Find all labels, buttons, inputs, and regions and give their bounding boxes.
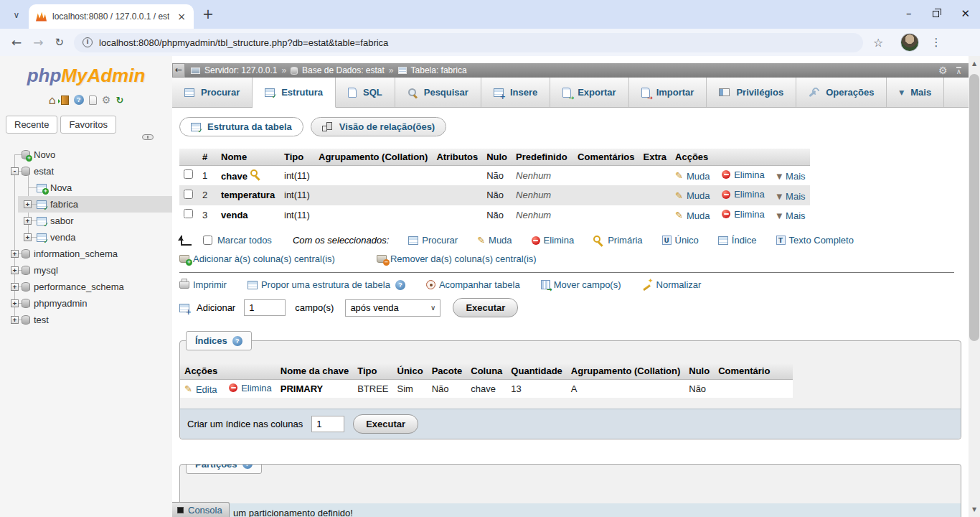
pma-logo[interactable]: phpMyAdmin [0,56,172,87]
site-info-icon[interactable]: i [83,37,93,47]
refresh-icon[interactable]: ↻ [116,95,123,106]
scroll-up-icon[interactable]: ▲ [969,60,980,67]
change-column-link[interactable]: ✎Muda [675,190,710,201]
selected-primary-link[interactable]: Primária [593,235,642,246]
help-icon[interactable] [74,95,84,105]
collapse-expander-icon[interactable] [11,167,19,175]
row-checkbox[interactable] [184,209,193,218]
tree-item-phpmyadmin[interactable]: phpmyadmin [0,295,172,312]
table-structure-pill[interactable]: Estrutura da tabela [179,117,303,136]
tab-estrutura[interactable]: Estrutura [253,78,336,108]
tab-importar[interactable]: Importar [629,78,707,107]
tree-item-estat[interactable]: estat [0,163,172,180]
expand-expander-icon[interactable] [24,217,32,225]
more-column-link[interactable]: ▼Mais [776,210,805,221]
add-field-count-input[interactable] [244,299,286,316]
tree-item-fabrica[interactable]: fabrica [0,196,172,213]
reload-button[interactable]: ↻ [55,36,65,49]
selected-browse-link[interactable]: Procurar [408,235,458,246]
selected-drop-link[interactable]: Elimina [532,235,575,246]
favorites-button[interactable]: Favoritos [60,116,116,134]
console-button[interactable]: Consola [172,502,230,517]
collapse-panel-icon[interactable]: ∧ [956,67,961,75]
help-icon[interactable] [232,336,242,346]
breadcrumb-database[interactable]: Base de Dados: estat [302,65,385,75]
tree-item-test[interactable]: test [0,312,172,328]
change-column-link[interactable]: ✎Muda [675,210,710,221]
breadcrumb-server[interactable]: Servidor: 127.0.0.1 [204,65,277,75]
link-icon[interactable] [142,134,154,140]
tree-item-performance-schema[interactable]: performance_schema [0,279,172,295]
help-icon[interactable] [395,280,405,290]
expand-expander-icon[interactable] [11,299,19,307]
window-restore-button[interactable] [933,7,939,20]
tree-item-information-schema[interactable]: information_schema [0,246,172,262]
tree-item-new-table[interactable]: Nova [0,180,172,196]
window-close-button[interactable]: ✕ [961,7,970,20]
propose-structure-link[interactable]: Propor uma estrutura de tabela [248,279,390,290]
add-central-columns-link[interactable]: Adicionar à(s) coluna(s) central(is) [179,253,335,264]
page-scrollbar[interactable]: ▲ ▼ [969,56,980,517]
selected-unique-link[interactable]: Único [662,235,699,246]
settings-gear-icon[interactable]: ⚙ [102,94,111,106]
expand-expander-icon[interactable] [11,250,19,258]
profile-avatar[interactable] [900,33,919,52]
address-bar[interactable]: i localhost:8080/phpmyadmin/tbl_structur… [74,33,863,52]
tab-sql[interactable]: SQL [336,78,395,107]
docs-icon[interactable] [89,96,97,105]
selected-fulltext-link[interactable]: Texto Completo [776,235,854,246]
drop-column-link[interactable]: Elimina [722,169,765,180]
scrollbar-thumb[interactable] [969,74,979,341]
browser-menu-icon[interactable]: ⋮ [930,36,941,49]
tab-privilegios[interactable]: Privilégios [707,78,796,107]
drop-column-link[interactable]: Elimina [722,209,765,220]
row-checkbox[interactable] [184,169,193,179]
back-button[interactable]: ← [11,35,22,50]
bookmark-star-icon[interactable]: ☆ [873,36,883,50]
create-index-count-input[interactable] [311,416,344,432]
tab-exportar[interactable]: Exportar [550,78,628,107]
help-icon[interactable] [242,464,253,470]
selected-change-link[interactable]: ✎Muda [477,235,512,246]
home-icon[interactable]: ⌂ [49,93,56,107]
drop-column-link[interactable]: Elimina [722,189,765,200]
tab-pesquisar[interactable]: Pesquisar [395,78,481,107]
breadcrumb-table[interactable]: Tabela: fabrica [411,65,467,75]
tab-search-chevron-icon[interactable]: ∨ [7,6,26,24]
row-checkbox[interactable] [184,190,193,199]
add-field-execute-button[interactable]: Executar [453,298,518,317]
browser-tab[interactable]: localhost:8080 / 127.0.0.1 / esta × [29,4,194,29]
selected-index-link[interactable]: Índice [718,235,757,246]
recent-button[interactable]: Recente [6,116,57,134]
create-index-execute-button[interactable]: Executar [353,414,418,434]
expand-expander-icon[interactable] [24,233,32,241]
edit-index-link[interactable]: ✎Edita [184,384,217,395]
tree-item-sabor[interactable]: sabor [0,213,172,229]
tree-item-new-database[interactable]: Novo [0,146,172,163]
tab-operacoes[interactable]: Operações [796,78,887,107]
change-column-link[interactable]: ✎Muda [675,171,710,182]
check-all-label[interactable]: Marcar todos [217,235,272,246]
tree-item-mysql[interactable]: mysql [0,262,172,279]
tab-procurar[interactable]: Procurar [172,78,253,107]
move-columns-link[interactable]: Mover campo(s) [541,279,621,290]
forward-button[interactable]: → [33,35,43,50]
more-column-link[interactable]: ▼Mais [776,191,805,202]
tree-item-venda[interactable]: venda [0,229,172,246]
add-field-position-select[interactable]: após venda∨ [345,299,440,317]
tab-close-icon[interactable]: × [175,11,188,22]
expand-expander-icon[interactable] [24,200,32,208]
scroll-down-icon[interactable]: ▼ [969,506,980,513]
remove-central-columns-link[interactable]: Remover da(s) coluna(s) central(is) [377,253,537,264]
window-minimize-button[interactable]: – [906,7,912,20]
track-table-link[interactable]: Acompanhar tabela [426,279,520,290]
new-tab-button[interactable]: + [202,6,214,22]
expand-expander-icon[interactable] [11,283,19,291]
relation-view-pill[interactable]: Visão de relação(ões) [311,117,446,136]
drop-index-link[interactable]: Elimina [229,383,272,393]
sidebar-collapse-button[interactable]: ← [172,63,185,78]
expand-expander-icon[interactable] [11,266,19,274]
page-settings-gear-icon[interactable]: ⚙ [938,65,948,76]
more-column-link[interactable]: ▼Mais [776,171,805,182]
expand-expander-icon[interactable] [11,316,19,324]
